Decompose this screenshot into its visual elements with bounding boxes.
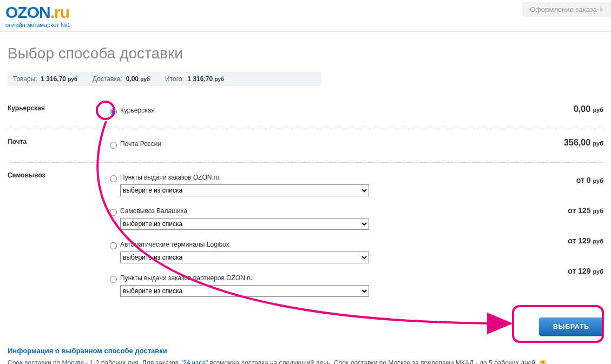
logo-ozon-text: OZON [5, 3, 50, 21]
select-button[interactable]: ВЫБРАТЬ [539, 317, 603, 336]
group-pickup-label: Самовывоз [8, 170, 105, 179]
breadcrumb-label: Оформление заказа [530, 5, 597, 14]
radio-pickup-logibox[interactable] [110, 242, 117, 249]
radio-pickup-ozon[interactable] [110, 175, 117, 182]
select-pickup-logibox[interactable]: выберите из списка [120, 252, 369, 263]
option-pickup-balashikha-label: Самовывоз Балашиха [120, 206, 517, 215]
group-pickup: Самовывоз Пункты выдачи заказов OZON.ru … [8, 163, 603, 312]
button-row: ВЫБРАТЬ [8, 317, 603, 336]
radio-courier[interactable] [110, 108, 117, 115]
header: OZON.ru онлайн мегамаркет №1 Оформление … [0, 0, 611, 32]
radio-pickup-partners[interactable] [110, 276, 117, 283]
logo[interactable]: OZON.ru онлайн мегамаркет №1 [0, 2, 76, 31]
radio-pickup-balashikha[interactable] [110, 209, 117, 216]
group-courier-label: Курьерская [8, 103, 105, 112]
breadcrumb: Оформление заказа [522, 2, 611, 17]
group-post-label: Почта [8, 137, 105, 145]
summary-total-label: Итого: [165, 75, 184, 83]
info-text: Срок доставки по Москве - 1-2 рабочих дн… [8, 358, 603, 364]
option-courier-label: Курьерская [120, 105, 517, 114]
option-pickup-ozon-label: Пункты выдачи заказов OZON.ru [120, 173, 517, 181]
link-24-hours[interactable]: "24 часа" [180, 359, 208, 364]
info-heading: Информация о выбранном способе доставки [8, 347, 603, 355]
summary-goods-label: Товары: [13, 75, 37, 83]
logo-dot: . [50, 3, 54, 21]
option-post-label: Почта России [120, 139, 517, 148]
logo-ru-text: ru [54, 3, 69, 21]
logo-tagline: онлайн мегамаркет №1 [5, 21, 70, 28]
chevron-right-icon [600, 7, 603, 12]
select-pickup-partners[interactable]: выберите из списка [120, 285, 369, 297]
currency-label: руб [140, 76, 150, 82]
price-post: 356,00 руб [517, 137, 603, 148]
currency-label: руб [68, 76, 77, 82]
price-courier: 0,00 руб [517, 103, 603, 114]
group-courier: Курьерская Курьерская 0,00 руб [8, 96, 603, 129]
group-post: Почта Почта России 356,00 руб [8, 129, 603, 163]
price-pickup-col: от 0 руб от 125 руб от 129 руб от 129 [517, 170, 603, 275]
price-summary: Товары: 1 316,70 руб Доставка: 0,00 руб … [8, 72, 321, 86]
summary-goods-value: 1 316,70 [41, 75, 66, 83]
summary-total-value: 1 316,70 [188, 75, 213, 83]
summary-delivery-label: Доставка: [93, 75, 122, 83]
select-pickup-ozon[interactable]: выберите из списка [120, 184, 369, 196]
content: Выбор способа доставки Товары: 1 316,70 … [0, 32, 611, 364]
select-pickup-balashikha[interactable]: выберите из списка [120, 218, 369, 230]
currency-label: руб [215, 76, 225, 82]
option-pickup-logibox-label: Автоматические терминалы Logibox [120, 240, 517, 248]
summary-delivery-value: 0,00 [126, 75, 139, 83]
option-pickup-partners-label: Пункты выдачи заказов партнеров OZON.ru [120, 273, 517, 282]
delivery-options: Курьерская Курьерская 0,00 руб Почта Поч… [8, 96, 603, 312]
radio-post[interactable] [110, 142, 117, 149]
help-icon[interactable]: ? [539, 360, 547, 364]
page-title: Выбор способа доставки [8, 45, 603, 62]
